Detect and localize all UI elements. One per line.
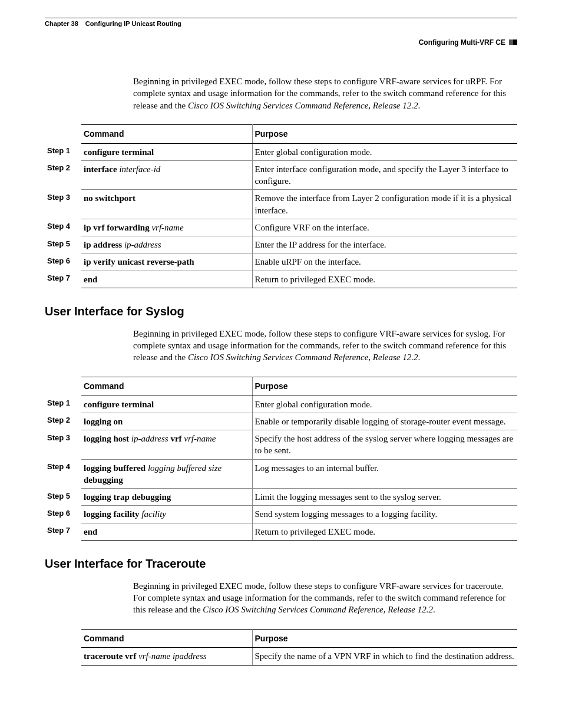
purpose: Specify the host address of the syslog s… [252, 430, 517, 460]
cmd: configure terminal [84, 400, 154, 409]
step-label: Step 6 [45, 506, 81, 523]
cmd: debugging [84, 475, 123, 485]
cmd: logging host [84, 434, 131, 443]
cmd-arg: vrf-name ipaddress [138, 651, 207, 661]
heading-syslog: User Interface for Syslog [45, 304, 517, 319]
header-marker-icon [509, 39, 517, 45]
cmd-arg: logging buffered size [148, 463, 222, 473]
step-label: Step 5 [45, 489, 81, 506]
cmd: logging buffered [84, 463, 148, 473]
step-label: Step 1 [45, 396, 81, 413]
cmd: end [84, 527, 97, 536]
cmd: logging facility [84, 509, 141, 519]
step-label: Step 4 [45, 219, 81, 236]
purpose: Enable uRPF on the interface. [252, 253, 517, 271]
purpose: Remove the interface from Layer 2 config… [252, 190, 517, 219]
col-command: Command [81, 629, 252, 648]
heading-traceroute: User Interface for Traceroute [45, 556, 517, 572]
intro-period: . [418, 101, 420, 110]
cmd: ip verify unicast reverse-path [84, 257, 194, 266]
step-label: Step 7 [45, 523, 81, 540]
cmd: ip vrf forwarding [84, 223, 151, 232]
chapter-label: Chapter 38 [45, 19, 78, 28]
purpose: Configure VRF on the interface. [252, 219, 517, 236]
table-traceroute: Command Purpose traceroute vrf vrf-name … [81, 629, 517, 666]
purpose: Log messages to an internal buffer. [252, 459, 517, 489]
cmd: vrf [170, 434, 184, 443]
intro-period: . [433, 605, 435, 614]
page-header: Chapter 38 Configuring IP Unicast Routin… [45, 19, 517, 28]
purpose: Enter the IP address for the interface. [252, 236, 517, 253]
intro-period: . [418, 353, 420, 362]
intro-ref: Cisco IOS Switching Services Command Ref… [188, 353, 418, 362]
cmd: end [84, 275, 97, 284]
table-syslog: Command Purpose Step 1 configure termina… [45, 377, 517, 541]
intro-syslog: Beginning in privileged EXEC mode, follo… [133, 328, 517, 364]
purpose: Enter interface configuration mode, and … [252, 160, 517, 190]
col-command: Command [81, 124, 252, 143]
purpose: Specify the name of a VPN VRF in which t… [252, 648, 517, 665]
step-label: Step 4 [45, 459, 81, 489]
cmd-arg: ip-address [131, 434, 171, 443]
intro-urpf: Beginning in privileged EXEC mode, follo… [133, 75, 517, 111]
cmd: no switchport [84, 193, 135, 203]
cmd: ip address [84, 240, 124, 249]
step-label: Step 7 [45, 271, 81, 288]
col-purpose: Purpose [252, 629, 517, 648]
col-command: Command [81, 377, 252, 396]
purpose: Return to privileged EXEC mode. [252, 523, 517, 540]
intro-ref: Cisco IOS Switching Services Command Ref… [188, 101, 418, 110]
cmd-arg: facility [141, 509, 166, 519]
step-label: Step 3 [45, 430, 81, 460]
col-purpose: Purpose [252, 377, 517, 396]
step-label: Step 2 [45, 160, 81, 190]
cmd: traceroute vrf [84, 651, 138, 661]
cmd: interface [84, 164, 119, 174]
col-purpose: Purpose [252, 124, 517, 143]
purpose: Enter global configuration mode. [252, 143, 517, 160]
step-label: Step 5 [45, 236, 81, 253]
table-urpf: Command Purpose Step 1 configure termina… [45, 124, 517, 288]
step-label: Step 3 [45, 190, 81, 219]
cmd: logging on [84, 417, 123, 426]
chapter-title: Configuring IP Unicast Routing [85, 19, 181, 28]
cmd-arg: ip-address [124, 240, 161, 249]
section-right: Configuring Multi-VRF CE [419, 38, 505, 47]
step-label: Step 6 [45, 253, 81, 271]
intro-ref: Cisco IOS Switching Services Command Ref… [203, 605, 433, 614]
purpose: Limit the logging messages sent to the s… [252, 489, 517, 506]
cmd-arg: vrf-name [151, 223, 183, 232]
purpose: Return to privileged EXEC mode. [252, 271, 517, 288]
cmd: configure terminal [84, 147, 154, 157]
purpose: Send system logging messages to a loggin… [252, 506, 517, 523]
step-label: Step 2 [45, 413, 81, 430]
cmd-arg: interface-id [119, 164, 160, 174]
step-label: Step 1 [45, 143, 81, 160]
intro-traceroute: Beginning in privileged EXEC mode, follo… [133, 580, 517, 616]
purpose: Enter global configuration mode. [252, 396, 517, 413]
purpose: Enable or temporarily disable logging of… [252, 413, 517, 430]
cmd: logging trap debugging [84, 492, 171, 502]
cmd-arg: vrf-name [184, 434, 216, 443]
